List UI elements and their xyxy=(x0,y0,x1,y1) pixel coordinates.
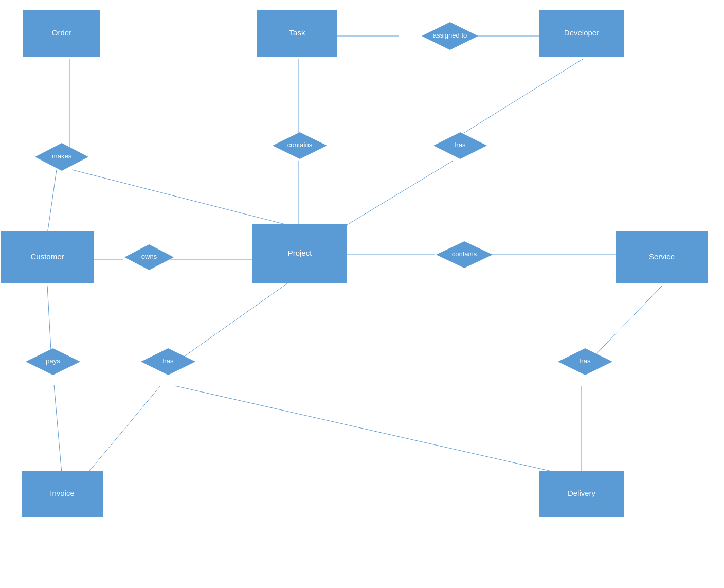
line-service-has-svc xyxy=(590,286,662,360)
line-makes-customer xyxy=(47,170,57,234)
relation-assigned-to-label: assigned to xyxy=(433,31,467,39)
entity-customer-label: Customer xyxy=(30,252,64,261)
relation-makes-label: makes xyxy=(52,152,72,160)
entity-project-label: Project xyxy=(288,248,313,257)
relation-has-proj-label: has xyxy=(163,357,174,365)
line-makes-project xyxy=(72,170,293,226)
relation-contains-task-label: contains xyxy=(287,141,313,149)
entity-invoice-label: Invoice xyxy=(50,489,75,497)
entity-task-label: Task xyxy=(289,28,305,37)
entity-developer-label: Developer xyxy=(564,28,599,37)
relation-contains-svc-label: contains xyxy=(452,250,477,258)
line-developer-has xyxy=(464,59,583,133)
entity-service-label: Service xyxy=(649,252,675,261)
relation-has-svc-label: has xyxy=(580,357,591,365)
relation-pays-label: pays xyxy=(46,357,60,365)
relation-has-dev-label: has xyxy=(455,141,466,149)
entity-order-label: Order xyxy=(52,28,71,37)
relation-owns-label: owns xyxy=(141,253,157,260)
line-project-has xyxy=(179,283,288,360)
line-customer-pays xyxy=(47,286,51,359)
line-has-delivery xyxy=(175,386,560,473)
line-pays-invoice xyxy=(54,385,62,473)
line-has-project xyxy=(345,161,452,226)
line-has-invoice xyxy=(87,386,160,473)
er-diagram: Order Task Developer Customer Project Se… xyxy=(0,0,724,588)
entity-delivery-label: Delivery xyxy=(568,489,596,497)
